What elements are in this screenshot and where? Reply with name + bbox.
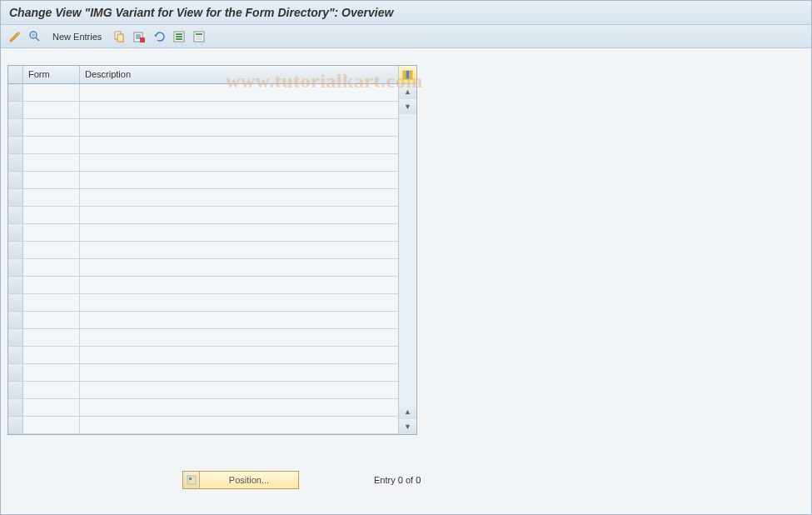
copy-as-icon[interactable] — [112, 29, 127, 44]
select-all-icon[interactable] — [172, 29, 187, 44]
svg-rect-18 — [403, 71, 406, 79]
row-selector[interactable] — [8, 259, 23, 276]
cell-form[interactable] — [23, 382, 80, 398]
table-row — [8, 154, 398, 172]
cell-form[interactable] — [23, 207, 80, 223]
cell-form[interactable] — [23, 294, 80, 311]
toggle-change-display-icon[interactable] — [7, 29, 22, 44]
table-row — [8, 347, 398, 364]
svg-rect-13 — [176, 38, 182, 40]
cell-description[interactable] — [80, 277, 398, 293]
cell-description[interactable] — [80, 294, 398, 311]
cell-form[interactable] — [23, 312, 80, 328]
cell-description[interactable] — [80, 224, 398, 241]
table-row — [8, 102, 398, 119]
svg-rect-16 — [196, 36, 202, 38]
row-selector[interactable] — [8, 277, 23, 293]
cell-form[interactable] — [23, 154, 80, 171]
table-row — [8, 137, 398, 154]
scroll-track[interactable] — [399, 114, 416, 404]
column-header-description[interactable]: Description — [80, 66, 398, 83]
cell-form[interactable] — [23, 277, 80, 293]
cell-form[interactable] — [23, 172, 80, 188]
position-button[interactable]: Position... — [182, 471, 299, 489]
svg-rect-12 — [176, 36, 182, 38]
scroll-down-bottom-icon[interactable]: ▼ — [399, 419, 416, 434]
cell-description[interactable] — [80, 417, 398, 433]
cell-form[interactable] — [23, 242, 80, 258]
row-selector[interactable] — [8, 364, 23, 381]
cell-description[interactable] — [80, 137, 398, 153]
cell-description[interactable] — [80, 207, 398, 223]
table-header: Form Description — [8, 66, 398, 84]
cell-description[interactable] — [80, 242, 398, 258]
row-selector[interactable] — [8, 137, 23, 153]
cell-description[interactable] — [80, 382, 398, 398]
column-header-form[interactable]: Form — [23, 66, 80, 83]
row-selector[interactable] — [8, 294, 23, 311]
svg-rect-15 — [196, 33, 202, 35]
row-selector[interactable] — [8, 242, 23, 258]
scroll-up-icon[interactable]: ▲ — [399, 84, 416, 99]
entry-counter: Entry 0 of 0 — [374, 475, 421, 485]
row-selector[interactable] — [8, 399, 23, 416]
row-selector[interactable] — [8, 312, 23, 328]
svg-rect-9 — [140, 38, 145, 42]
cell-form[interactable] — [23, 364, 80, 381]
row-selector[interactable] — [8, 84, 23, 101]
row-selector[interactable] — [8, 119, 23, 136]
row-selector[interactable] — [8, 172, 23, 188]
table-scrollbar: ▲ ▼ ▲ ▼ — [398, 66, 416, 434]
cell-description[interactable] — [80, 119, 398, 136]
row-selector[interactable] — [8, 154, 23, 171]
cell-description[interactable] — [80, 84, 398, 101]
cell-description[interactable] — [80, 312, 398, 328]
row-selector[interactable] — [8, 417, 23, 433]
other-view-icon[interactable] — [27, 29, 42, 44]
cell-description[interactable] — [80, 259, 398, 276]
row-selector[interactable] — [8, 207, 23, 223]
scroll-down-icon[interactable]: ▼ — [399, 99, 416, 114]
cell-form[interactable] — [23, 417, 80, 433]
cell-form[interactable] — [23, 84, 80, 101]
cell-description[interactable] — [80, 154, 398, 171]
undo-change-icon[interactable] — [152, 29, 167, 44]
cell-form[interactable] — [23, 224, 80, 241]
cell-description[interactable] — [80, 189, 398, 206]
svg-rect-22 — [189, 478, 192, 480]
row-selector[interactable] — [8, 102, 23, 118]
cell-description[interactable] — [80, 102, 398, 118]
row-selector[interactable] — [8, 189, 23, 206]
cell-form[interactable] — [23, 137, 80, 153]
table-row — [8, 242, 398, 259]
cell-description[interactable] — [80, 399, 398, 416]
position-label: Position... — [200, 475, 298, 485]
cell-form[interactable] — [23, 399, 80, 416]
scroll-up-bottom-icon[interactable]: ▲ — [399, 404, 416, 419]
cell-form[interactable] — [23, 329, 80, 346]
table-body — [8, 84, 398, 434]
cell-form[interactable] — [23, 259, 80, 276]
cell-description[interactable] — [80, 347, 398, 363]
row-selector[interactable] — [8, 329, 23, 346]
svg-rect-4 — [117, 34, 123, 42]
cell-description[interactable] — [80, 172, 398, 188]
page-title: Change View "IMG Variant for View for th… — [1, 1, 811, 25]
deselect-all-icon[interactable] — [192, 29, 207, 44]
cell-form[interactable] — [23, 189, 80, 206]
cell-form[interactable] — [23, 102, 80, 118]
row-selector-header[interactable] — [8, 66, 23, 83]
cell-description[interactable] — [80, 364, 398, 381]
table-settings-icon[interactable] — [399, 66, 416, 84]
svg-line-1 — [36, 38, 39, 41]
cell-form[interactable] — [23, 347, 80, 363]
cell-form[interactable] — [23, 119, 80, 136]
table-row — [8, 189, 398, 207]
new-entries-button[interactable]: New Entries — [47, 30, 107, 43]
delete-icon[interactable] — [132, 29, 147, 44]
table-row — [8, 417, 398, 434]
row-selector[interactable] — [8, 382, 23, 398]
row-selector[interactable] — [8, 347, 23, 363]
cell-description[interactable] — [80, 329, 398, 346]
row-selector[interactable] — [8, 224, 23, 241]
